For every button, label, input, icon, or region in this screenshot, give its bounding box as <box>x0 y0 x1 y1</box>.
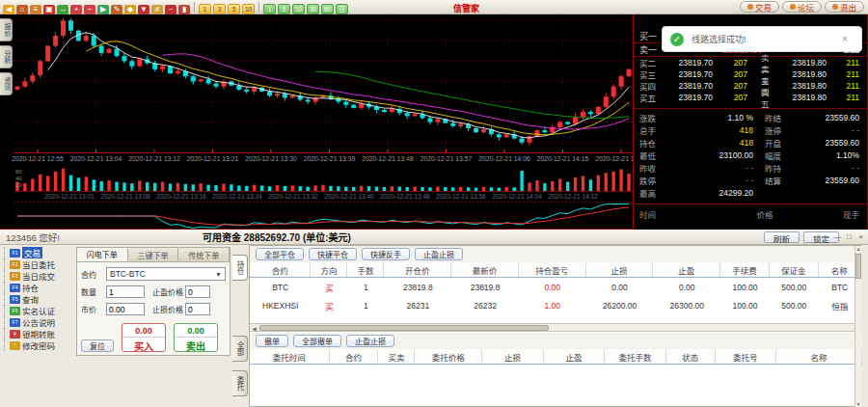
vtab-全部[interactable]: 全部 <box>232 336 248 362</box>
tree-item-实名认证[interactable]: F6实名认证 <box>0 305 74 316</box>
side-tab-0[interactable]: 报价 <box>0 18 13 41</box>
trend-icon[interactable]: ~ <box>165 5 176 15</box>
refresh-icon[interactable]: ↔ <box>57 5 68 15</box>
action-button-快捷反手[interactable]: 快捷反手 <box>362 248 410 260</box>
statusbar-button[interactable]: 刷新 <box>764 231 800 243</box>
toolbar-separator <box>258 2 259 13</box>
period-button[interactable]: 1 <box>199 4 211 14</box>
tree-item-银期转账[interactable]: ¥银期转账 <box>0 328 74 339</box>
scroll-up-icon[interactable]: ▲ <box>855 246 861 253</box>
table-row[interactable]: BTC买123819.823819.80.000.000.00100.00500… <box>250 278 861 296</box>
statusbar-buttons: 刷新锁定 <box>764 231 839 243</box>
contract-value: BTC-BTC <box>110 269 146 279</box>
stat-label: 开盘 <box>753 137 784 149</box>
period-button[interactable]: 10 <box>292 4 305 14</box>
action-button-撤单[interactable]: 撤单 <box>256 335 288 347</box>
side-tab-2[interactable]: 资讯 <box>0 72 13 95</box>
action-button-止盈止损[interactable]: 止盈止损 <box>346 335 394 347</box>
indicator-chart[interactable] <box>14 202 633 230</box>
high-row: 最高 24299.20 <box>634 186 867 199</box>
orders-block: 撤单全部撤单止盈止损 委托时间合约买卖委托价格止损止盈委托手数状态委托号名称 <box>250 333 862 365</box>
header-cell: 最新价 <box>451 262 519 277</box>
bid-qty: 207 <box>713 81 747 91</box>
action-button-快捷平仓[interactable]: 快捷平仓 <box>309 248 357 260</box>
toast-close-icon[interactable]: × <box>842 34 861 44</box>
scrollbar-thumb[interactable] <box>259 325 549 331</box>
tree-item-持仓[interactable]: F4持仓 <box>0 282 74 293</box>
tree-item-当日成交[interactable]: F3当日成交 <box>0 270 74 282</box>
period-button[interactable]: 30 <box>307 4 319 14</box>
ask-qty: 211 <box>827 69 867 79</box>
forum-button[interactable]: 论坛 <box>782 1 822 13</box>
high-label: 最高 <box>634 187 665 199</box>
period-button[interactable]: 60 <box>321 4 334 14</box>
tree-item-查询[interactable]: F5查询 <box>0 293 74 305</box>
scroll-down-icon[interactable]: ▼ <box>855 401 861 407</box>
close-icon[interactable]: × <box>856 232 865 241</box>
vertical-scrollbar[interactable]: ▲ ▼ <box>854 246 861 407</box>
minimize-icon[interactable]: — <box>833 232 842 241</box>
book-level-row[interactable]: 买五23819.70207卖五23819.80211 <box>634 92 867 103</box>
action-button-全部平仓[interactable]: 全部平仓 <box>256 248 304 260</box>
period-button[interactable]: 10 <box>242 4 255 14</box>
exit-button[interactable]: 退出 <box>825 1 864 13</box>
marker-icon[interactable]: ▶ <box>97 5 109 15</box>
sell-button[interactable]: 0.00 卖出 <box>174 323 218 352</box>
back-icon[interactable]: ◀ <box>3 5 14 15</box>
period-button[interactable]: 1 <box>263 4 276 14</box>
cell: 500.00 <box>770 278 819 296</box>
chart-zone[interactable]: 2020-12-21 12:552020-12-21 13:042020-12-… <box>14 14 633 230</box>
cell: 26300.00 <box>653 296 720 314</box>
time-axis-label: 2020-12-21 13:16 <box>149 193 213 200</box>
order-tab-1[interactable]: 三键下单 <box>128 248 179 261</box>
tree-item-label: 当日委托 <box>22 258 55 270</box>
price-input[interactable] <box>106 303 145 315</box>
period-button[interactable]: 日 <box>336 4 348 14</box>
tree-item-交易[interactable]: F1交易 <box>0 247 74 258</box>
action-button-全部撤单[interactable]: 全部撤单 <box>293 335 341 347</box>
order-tab-2[interactable]: 传统下单 <box>178 248 230 261</box>
paint-icon[interactable]: ◆ <box>124 5 136 15</box>
tree-item-公告说明[interactable]: F7公告说明 <box>0 316 74 328</box>
stat-value: 23559.60 <box>784 138 867 148</box>
pencil-icon[interactable]: ✎ <box>111 5 122 15</box>
vtab-持仓[interactable]: 持仓 <box>232 255 248 281</box>
buy-button[interactable]: 0.00 买入 <box>122 323 166 352</box>
order-tab-0[interactable]: 闪电下单 <box>77 248 128 261</box>
toolbox-icon[interactable]: ▣ <box>43 5 55 15</box>
take-profit-input[interactable] <box>185 285 210 298</box>
reset-button[interactable]: 复位 <box>81 339 114 352</box>
funnel-icon[interactable]: ▼ <box>138 5 149 15</box>
bars-icon[interactable]: ▮ <box>178 5 190 15</box>
order-form-tabs: 闪电下单三键下单传统下单 <box>77 248 230 262</box>
table-row[interactable]: HKEXHSI买126231262321.0026200.0026300.001… <box>250 296 861 314</box>
zoom-in-icon[interactable]: + <box>70 5 82 15</box>
svg-text:60: 60 <box>15 169 22 175</box>
scroll-left-icon[interactable]: ◀ <box>250 324 258 332</box>
header-cell: 合约 <box>330 349 379 364</box>
contract-select[interactable]: BTC-BTC ▼ <box>106 267 226 281</box>
sell-price: 0.00 <box>175 324 217 338</box>
stop-loss-input[interactable] <box>185 303 210 315</box>
tree-item-icon: F1 <box>10 249 20 258</box>
side-tab-1[interactable]: 分析 <box>0 45 13 68</box>
candlestick-chart[interactable] <box>14 14 633 154</box>
period-button[interactable]: 5 <box>278 4 290 14</box>
action-button-止盈止损[interactable]: 止盈止损 <box>415 248 463 260</box>
table-icon[interactable]: # <box>151 5 163 15</box>
horizontal-scrollbar[interactable]: ◀ ▶ <box>250 323 862 332</box>
trading-body: F1交易F2当日委托F3当日成交F4持仓F5查询F6实名认证F7公告说明¥银期转… <box>0 245 868 407</box>
quantity-input[interactable] <box>106 285 145 298</box>
period-button[interactable]: 5 <box>228 4 240 14</box>
maximize-icon[interactable]: □ <box>845 232 854 241</box>
tree-item-修改密码[interactable]: *修改密码 <box>0 339 74 351</box>
period-button[interactable]: 3 <box>213 4 226 14</box>
library-icon[interactable]: ≡ <box>30 5 41 15</box>
volume-chart[interactable]: 604020 <box>14 167 633 192</box>
scrollbar-thumb[interactable] <box>855 254 861 279</box>
vtab-委托[interactable]: 委托 <box>232 370 248 396</box>
home-icon[interactable]: ⌂ <box>16 5 28 15</box>
trade-button[interactable]: 交易 <box>740 1 779 13</box>
zoom-out-icon[interactable]: − <box>84 5 95 15</box>
tree-item-当日委托[interactable]: F2当日委托 <box>0 258 74 270</box>
